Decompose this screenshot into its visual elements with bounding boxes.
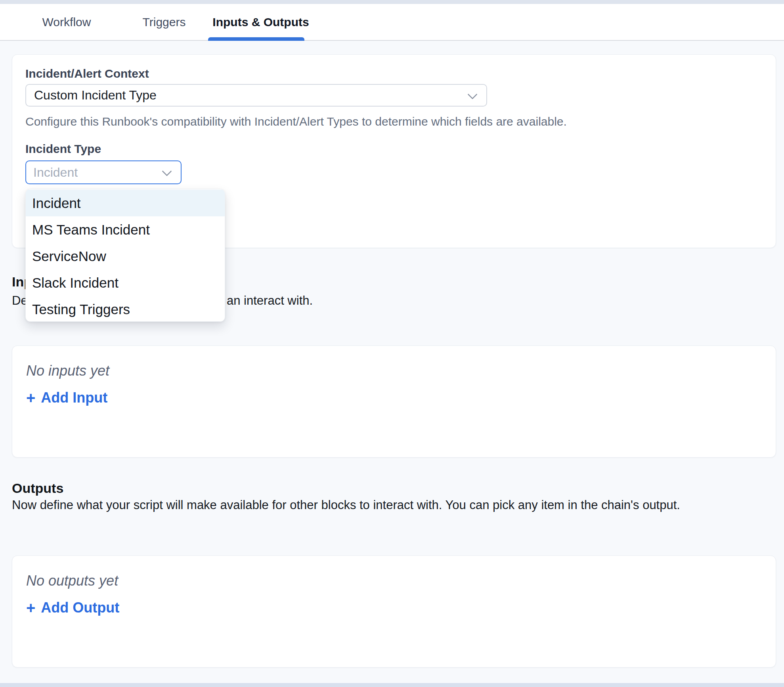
inputs-card: No inputs yet + Add Input [12,345,776,458]
add-output-button[interactable]: + Add Output [26,599,119,616]
dropdown-option-incident[interactable]: Incident [26,190,225,216]
tab-bar: Workflow Triggers Inputs & Outputs [0,4,784,41]
chevron-down-icon [162,166,172,176]
incident-alert-context-value: Custom Incident Type [34,88,157,103]
tab-workflow[interactable]: Workflow [42,4,91,40]
dropdown-option-testing-triggers[interactable]: Testing Triggers [26,296,225,322]
outputs-card: No outputs yet + Add Output [12,555,776,668]
add-input-button[interactable]: + Add Input [26,389,107,406]
dropdown-option-ms-teams-incident[interactable]: MS Teams Incident [26,216,225,243]
tab-inputs-outputs[interactable]: Inputs & Outputs [212,4,309,40]
chevron-down-icon [467,89,477,99]
inputs-outputs-page: Workflow Triggers Inputs & Outputs Incid… [0,0,784,687]
outputs-section-heading: Outputs [12,481,63,495]
tab-triggers[interactable]: Triggers [143,4,186,40]
incident-type-label: Incident Type [25,142,101,156]
incident-type-dropdown-menu: Incident MS Teams Incident ServiceNow Sl… [25,189,225,322]
incident-type-placeholder: Incident [33,165,78,180]
window-bottom-strip [0,683,784,687]
window-top-strip [0,0,784,4]
add-output-label: Add Output [41,599,119,616]
plus-icon: + [26,391,35,405]
incident-alert-context-label: Incident/Alert Context [25,67,149,80]
context-helper-text: Configure this Runbook's compatibility w… [25,115,567,128]
active-tab-underline [208,37,304,41]
incident-type-select[interactable]: Incident [25,160,182,184]
inputs-section-description-right: an interact with. [227,294,313,307]
incident-alert-context-select[interactable]: Custom Incident Type [25,84,487,107]
no-inputs-text: No inputs yet [26,363,109,379]
dropdown-option-servicenow[interactable]: ServiceNow [26,243,225,269]
add-input-label: Add Input [41,389,107,406]
no-outputs-text: No outputs yet [26,572,118,589]
outputs-section-description: Now define what your script will make av… [12,498,680,512]
plus-icon: + [26,601,35,615]
dropdown-option-slack-incident[interactable]: Slack Incident [26,269,225,296]
